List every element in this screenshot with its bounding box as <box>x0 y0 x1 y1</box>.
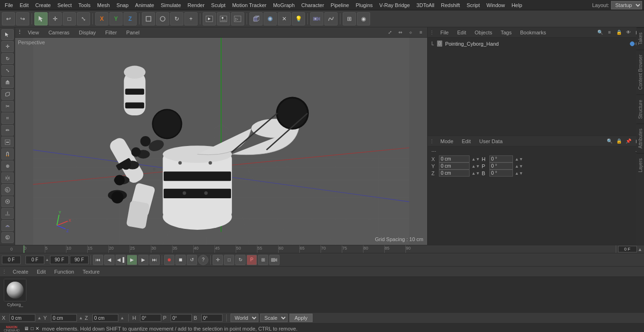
menu-tools[interactable]: Tools <box>75 1 93 9</box>
menu-snap[interactable]: Snap <box>114 1 132 9</box>
attr-x-spin[interactable]: ▲▼ <box>471 157 480 162</box>
attr-p-spin[interactable]: ▲▼ <box>515 164 523 169</box>
playback-current-frame[interactable] <box>25 256 44 264</box>
menu-script[interactable]: Script <box>464 1 483 9</box>
coord-p-input[interactable] <box>171 314 192 322</box>
status-icon-3[interactable]: ✕ <box>35 326 39 331</box>
viewport-filter-tab[interactable]: Filter <box>101 29 120 36</box>
rotate-tool-button[interactable]: ↻ <box>170 12 183 25</box>
pb-loop[interactable]: ↺ <box>187 255 197 265</box>
obj-eye-btn[interactable]: 👁 <box>624 28 633 37</box>
side-move-btn[interactable]: ✛ <box>1 41 14 52</box>
attr-b-spin[interactable]: ▲▼ <box>515 171 523 176</box>
attr-z-spin[interactable]: ▲▼ <box>471 171 480 176</box>
menu-select[interactable]: Select <box>55 1 75 9</box>
status-icon-2[interactable]: □ <box>31 326 33 331</box>
viewport-icon-2[interactable]: ⇔ <box>396 28 405 37</box>
side-snap-btn[interactable]: ⊕ <box>1 161 14 171</box>
menu-plugins[interactable]: Plugins <box>353 1 375 9</box>
side-scale-btn[interactable]: ⤡ <box>1 65 14 76</box>
viewport-panel-tab[interactable]: Panel <box>123 29 143 36</box>
deformer-button[interactable]: ⊞ <box>343 12 356 25</box>
pb-snap-frames[interactable]: ✛ <box>213 255 223 265</box>
side-rotate-btn[interactable]: ↻ <box>1 53 14 64</box>
attr-menu-edit[interactable]: Edit <box>459 138 474 145</box>
vtab-content-browser[interactable]: Content Browser <box>636 49 644 94</box>
obj-menu-file[interactable]: File <box>438 29 452 36</box>
cube-primitive-button[interactable] <box>249 12 263 25</box>
attr-p-input[interactable] <box>489 162 513 170</box>
vtab-attributes[interactable]: Attributes <box>636 123 644 153</box>
coord-z-input[interactable] <box>92 314 118 322</box>
mat-menu-texture[interactable]: Texture <box>80 268 102 275</box>
mat-menu-edit[interactable]: Edit <box>34 268 49 275</box>
pb-grid[interactable]: ⊞ <box>258 255 268 265</box>
material-thumbnail[interactable] <box>4 279 26 301</box>
viewport-icon-4[interactable]: ≡ <box>417 28 425 37</box>
pb-prev-frame[interactable]: ◀ <box>104 255 115 265</box>
pb-keyframe-mode[interactable]: □ <box>224 255 234 265</box>
viewport-display-tab[interactable]: Display <box>75 29 99 36</box>
pb-goto-start[interactable]: ⏮ <box>93 255 103 265</box>
polygon-mode-button[interactable] <box>156 12 169 25</box>
side-bridge-btn[interactable]: ⌗ <box>1 113 14 123</box>
render-view-button[interactable] <box>203 12 216 25</box>
obj-menu-edit[interactable]: Edit <box>454 29 469 36</box>
axis-x-button[interactable]: X <box>95 12 108 25</box>
menu-vray[interactable]: V-Ray Bridge <box>377 1 413 9</box>
obj-item-cyborg-hand[interactable]: L 0 Pointing_Cyborg_Hand <box>429 40 642 48</box>
status-icon-1[interactable]: 🖥 <box>24 326 29 331</box>
obj-menu-bookmarks[interactable]: Bookmarks <box>517 29 549 36</box>
scale-tool-button[interactable]: ⤡ <box>77 12 90 25</box>
add-object-button[interactable] <box>264 12 277 25</box>
side-extrude-btn[interactable] <box>1 77 14 88</box>
attr-b-input[interactable] <box>489 170 513 177</box>
render-picture-button[interactable] <box>217 12 230 25</box>
vtab-takes[interactable]: Takes <box>636 27 644 49</box>
side-paint-btn[interactable]: S <box>1 184 14 195</box>
viewport-icon-3[interactable]: ⟐ <box>406 28 415 37</box>
side-bevel-btn[interactable] <box>1 89 14 100</box>
menu-sculpt[interactable]: Sculpt <box>208 1 229 9</box>
menu-help[interactable]: Help <box>509 1 525 9</box>
attr-x-pos-input[interactable] <box>439 155 470 162</box>
menu-edit[interactable]: Edit <box>17 1 32 9</box>
coord-y-input[interactable] <box>51 314 77 322</box>
coord-b-input[interactable] <box>201 314 223 322</box>
obj-menu-objects[interactable]: Objects <box>472 29 495 36</box>
viewport-cameras-tab[interactable]: Cameras <box>45 29 74 36</box>
side-phong-btn[interactable]: S <box>1 232 14 243</box>
playback-end-frame-right[interactable] <box>70 256 89 264</box>
attr-pin-btn[interactable]: 📌 <box>624 137 633 146</box>
pb-play-back[interactable]: ◀▐ <box>116 255 126 265</box>
pb-stop[interactable]: ⏹ <box>175 255 186 265</box>
playback-start-frame[interactable] <box>2 256 21 264</box>
coord-x-arrow[interactable]: ▲ <box>37 316 41 320</box>
camera-button[interactable] <box>310 12 323 25</box>
pb-play-forward[interactable]: ▶ <box>127 255 137 265</box>
world-select[interactable]: World <box>231 314 258 322</box>
pb-up-arrow[interactable]: ▲ <box>45 258 49 262</box>
obj-filter-btn[interactable]: ≡ <box>605 28 614 37</box>
vtab-structure[interactable]: Structure <box>636 95 644 124</box>
pb-camera[interactable] <box>269 255 280 265</box>
move-tool-button[interactable]: ✛ <box>49 12 62 25</box>
menu-mograph[interactable]: MoGraph <box>270 1 297 9</box>
viewport[interactable]: X Y Z Perspective Grid Spacing : 10 cm <box>15 38 427 245</box>
undo-button[interactable]: ↩ <box>2 12 15 25</box>
playback-end-frame-left[interactable] <box>50 256 69 264</box>
timeline-frame-arrow[interactable]: ▲ <box>638 247 643 252</box>
mat-menu-create[interactable]: Create <box>10 268 31 275</box>
menu-render[interactable]: Render <box>185 1 207 9</box>
menu-pipeline[interactable]: Pipeline <box>328 1 352 9</box>
mat-menu-function[interactable]: Function <box>51 268 77 275</box>
menu-3dtoall[interactable]: 3DToAll <box>413 1 437 9</box>
pb-next-frame[interactable]: ▶ <box>138 255 149 265</box>
layout-select[interactable]: Startup <box>611 1 642 9</box>
move3-button[interactable]: + <box>184 12 198 25</box>
menu-mesh[interactable]: Mesh <box>94 1 113 9</box>
menu-character[interactable]: Character <box>298 1 327 9</box>
side-polygon-pen-btn[interactable]: ✏ <box>1 125 14 136</box>
attr-search-btn[interactable]: 🔍 <box>605 137 614 146</box>
pb-autokey[interactable]: P <box>247 255 257 265</box>
